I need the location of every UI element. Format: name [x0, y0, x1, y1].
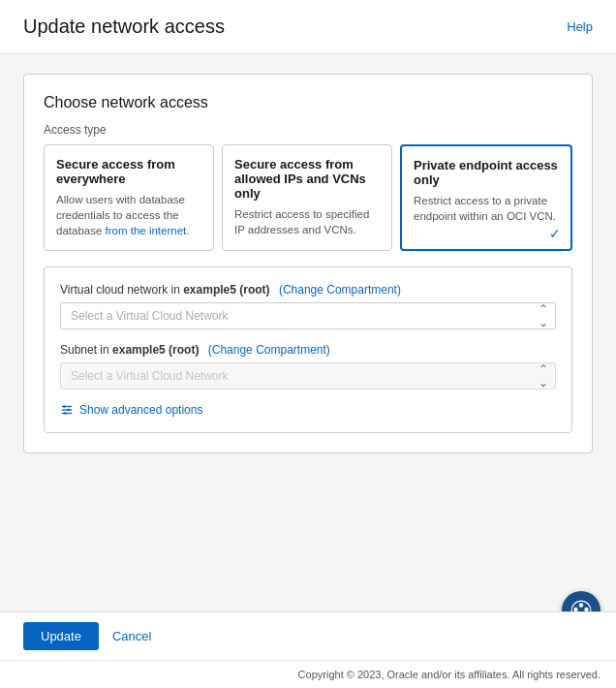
vcn-select[interactable]: Select a Virtual Cloud Network — [60, 302, 556, 329]
access-card-everywhere-desc: Allow users with database credentials to… — [56, 192, 201, 238]
vcn-field-group: Virtual cloud network in example5 (root)… — [60, 283, 556, 329]
page-content: Choose network access Access type Secure… — [0, 54, 616, 473]
copyright-footer: Copyright © 2023, Oracle and/or its affi… — [0, 660, 616, 688]
cancel-button[interactable]: Cancel — [108, 622, 155, 650]
access-card-allowed-ips[interactable]: Secure access from allowed IPs and VCNs … — [222, 144, 392, 251]
subnet-select-wrapper: Select a Virtual Cloud Network ⌃⌄ — [60, 362, 556, 390]
action-bar: Update Cancel — [0, 611, 616, 660]
svg-point-3 — [67, 409, 70, 412]
update-button[interactable]: Update — [23, 622, 99, 650]
vcn-section: Virtual cloud network in example5 (root)… — [44, 266, 572, 433]
page-header: Update network access Help — [0, 0, 616, 54]
access-card-allowed-ips-title: Secure access from allowed IPs and VCNs … — [234, 157, 380, 201]
access-card-private-endpoint[interactable]: Private endpoint access only Restrict ac… — [400, 144, 572, 251]
subnet-select[interactable]: Select a Virtual Cloud Network — [60, 362, 556, 390]
access-card-allowed-ips-desc: Restrict access to specified IP addresse… — [234, 206, 380, 237]
bottom-area: Update Cancel Copyright © 2023, Oracle a… — [0, 611, 616, 688]
subnet-compartment-text: example5 (root) — [112, 343, 199, 357]
card-title: Choose network access — [44, 94, 572, 111]
page-title: Update network access — [23, 16, 225, 38]
vcn-label-text: Virtual cloud network in — [60, 283, 180, 297]
access-card-private-endpoint-desc: Restrict access to a private endpoint wi… — [414, 193, 559, 224]
vcn-field-label: Virtual cloud network in example5 (root)… — [60, 283, 556, 297]
subnet-field-group: Subnet in example5 (root) (Change Compar… — [60, 343, 556, 390]
access-type-row: Secure access from everywhere Allow user… — [44, 144, 572, 251]
help-link[interactable]: Help — [567, 19, 593, 34]
access-card-private-endpoint-title: Private endpoint access only — [414, 158, 559, 187]
subnet-change-compartment-link[interactable]: (Change Compartment) — [208, 343, 330, 357]
access-type-label: Access type — [44, 123, 572, 137]
access-card-everywhere[interactable]: Secure access from everywhere Allow user… — [44, 144, 214, 251]
svg-point-5 — [64, 412, 67, 415]
vcn-compartment-text: example5 (root) — [183, 283, 269, 297]
vcn-change-compartment-link[interactable]: (Change Compartment) — [279, 283, 401, 297]
advanced-options-link[interactable]: Show advanced options — [60, 403, 556, 417]
subnet-field-label: Subnet in example5 (root) (Change Compar… — [60, 343, 556, 357]
access-card-everywhere-title: Secure access from everywhere — [56, 157, 201, 186]
subnet-label-text: Subnet in — [60, 343, 109, 357]
main-card: Choose network access Access type Secure… — [23, 74, 593, 453]
vcn-select-wrapper: Select a Virtual Cloud Network ⌃⌄ — [60, 302, 556, 329]
selected-checkmark: ✓ — [549, 226, 561, 241]
sliders-icon — [60, 403, 74, 417]
svg-point-7 — [579, 603, 583, 607]
internet-link[interactable]: from the internet — [106, 225, 187, 236]
copyright-text: Copyright © 2023, Oracle and/or its affi… — [298, 669, 601, 680]
advanced-options-label: Show advanced options — [79, 403, 202, 417]
svg-point-1 — [63, 405, 66, 408]
